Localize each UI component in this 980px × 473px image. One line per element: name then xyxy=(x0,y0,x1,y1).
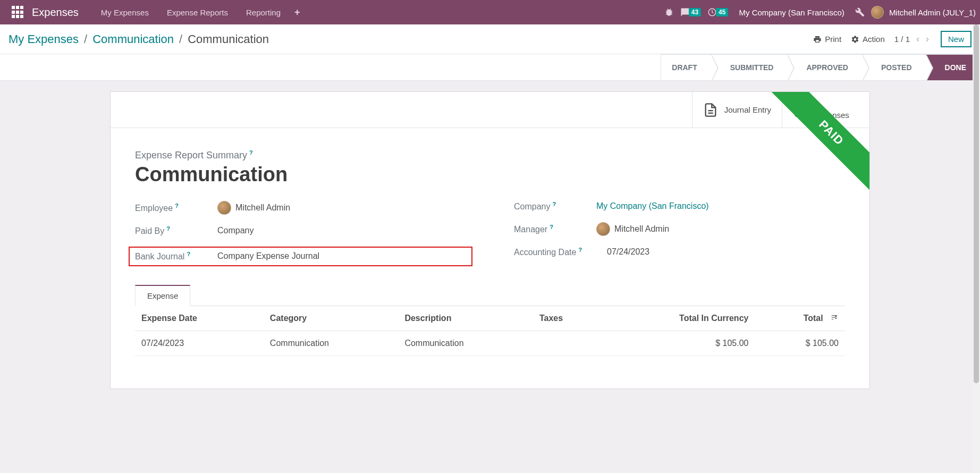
help-icon[interactable]: ? xyxy=(552,201,556,207)
stat-journal-entry[interactable]: Journal Entry xyxy=(692,92,782,128)
th-date[interactable]: Expense Date xyxy=(135,306,264,331)
status-draft[interactable]: DRAFT xyxy=(661,54,711,81)
table-row[interactable]: 07/24/2023 Communication Communication $… xyxy=(135,331,845,356)
pager-value[interactable]: 1 / 1 xyxy=(894,35,910,44)
th-taxes[interactable]: Taxes xyxy=(533,306,601,331)
breadcrumb: My Expenses / Communication / Communicat… xyxy=(9,32,269,46)
print-icon xyxy=(813,35,822,44)
status-bar: DRAFT SUBMITTED APPROVED POSTED DONE xyxy=(0,54,980,81)
nav-item-expense-reports[interactable]: Expense Reports xyxy=(159,4,235,21)
form-sheet: Journal Entry 1 Expenses PAID Expense Re… xyxy=(110,91,870,389)
label-paid-by: Paid By? xyxy=(135,225,217,236)
th-total[interactable]: Total xyxy=(755,306,845,331)
value-bank-journal: Company Expense Journal xyxy=(217,251,319,261)
user-name: Mitchell Admin (JULY_1) xyxy=(889,8,976,17)
tools-icon[interactable] xyxy=(855,7,865,17)
activities-badge: 45 xyxy=(716,8,728,16)
value-paid-by: Company xyxy=(217,226,254,235)
avatar-icon xyxy=(871,6,884,19)
value-manager: Mitchell Admin xyxy=(596,222,669,236)
app-brand[interactable]: Expenses xyxy=(32,6,79,19)
nav-add-icon[interactable]: + xyxy=(288,3,307,22)
breadcrumb-active: Communication xyxy=(188,32,269,46)
options-icon[interactable] xyxy=(830,314,839,323)
pager: 1 / 1 ‹ › xyxy=(894,33,931,45)
nav-item-my-expenses[interactable]: My Expenses xyxy=(94,4,156,21)
scrollbar[interactable] xyxy=(973,24,980,400)
help-icon[interactable]: ? xyxy=(175,202,179,209)
control-panel: My Expenses / Communication / Communicat… xyxy=(0,24,980,54)
value-accounting-date: 07/24/2023 xyxy=(607,247,649,257)
help-icon[interactable]: ? xyxy=(249,149,253,156)
stat-buttons: Journal Entry 1 Expenses xyxy=(111,92,869,128)
cell-total-currency: $ 105.00 xyxy=(601,331,755,356)
highlight-bank-journal: Bank Journal? Company Expense Journal xyxy=(129,247,472,266)
print-button[interactable]: Print xyxy=(813,35,841,44)
cell-category: Communication xyxy=(264,331,399,356)
status-posted[interactable]: POSTED xyxy=(862,54,926,81)
breadcrumb-communication[interactable]: Communication xyxy=(92,32,174,46)
cell-date: 07/24/2023 xyxy=(135,331,264,356)
activities-icon[interactable]: 45 xyxy=(707,7,728,17)
action-button[interactable]: Action xyxy=(851,35,885,44)
top-nav: Expenses My Expenses Expense Reports Rep… xyxy=(0,0,980,24)
nav-menu: My Expenses Expense Reports Reporting xyxy=(94,4,288,21)
value-employee: Mitchell Admin xyxy=(217,201,290,215)
cell-total: $ 105.00 xyxy=(755,331,845,356)
tab-expense[interactable]: Expense xyxy=(135,285,190,306)
th-description[interactable]: Description xyxy=(398,306,533,331)
label-company: Company? xyxy=(514,201,596,212)
label-accounting-date: Accounting Date? xyxy=(514,247,607,257)
label-employee: Employee? xyxy=(135,202,217,213)
cell-taxes xyxy=(533,331,601,356)
breadcrumb-my-expenses[interactable]: My Expenses xyxy=(9,32,79,46)
th-total-currency[interactable]: Total In Currency xyxy=(601,306,755,331)
company-selector[interactable]: My Company (San Francisco) xyxy=(739,8,844,17)
summary-label: Expense Report Summary? xyxy=(135,149,845,161)
cell-description: Communication xyxy=(398,331,533,356)
pager-prev-icon[interactable]: ‹ xyxy=(914,33,922,45)
apps-icon[interactable] xyxy=(12,6,24,19)
document-icon xyxy=(703,102,718,119)
pager-next-icon[interactable]: › xyxy=(924,33,931,45)
expense-table: Expense Date Category Description Taxes … xyxy=(135,306,845,356)
help-icon[interactable]: ? xyxy=(166,225,170,232)
help-icon[interactable]: ? xyxy=(550,224,553,230)
user-menu[interactable]: Mitchell Admin (JULY_1) xyxy=(871,6,976,19)
new-button[interactable]: New xyxy=(941,31,971,47)
avatar-icon xyxy=(217,201,231,215)
label-manager: Manager? xyxy=(514,224,596,234)
label-bank-journal: Bank Journal? xyxy=(135,251,217,261)
th-category[interactable]: Category xyxy=(264,306,399,331)
help-icon[interactable]: ? xyxy=(187,251,190,257)
debug-icon[interactable] xyxy=(664,7,674,17)
record-title: Communication xyxy=(135,163,845,186)
tabs: Expense xyxy=(135,284,845,306)
avatar-icon xyxy=(596,222,610,236)
scrollbar-thumb[interactable] xyxy=(974,24,979,383)
value-company[interactable]: My Company (San Francisco) xyxy=(596,201,709,211)
status-done[interactable]: DONE xyxy=(926,54,980,81)
status-submitted[interactable]: SUBMITTED xyxy=(711,54,788,81)
gear-icon xyxy=(851,35,859,44)
status-approved[interactable]: APPROVED xyxy=(787,54,862,81)
messages-icon[interactable]: 43 xyxy=(680,7,701,17)
messages-badge: 43 xyxy=(689,8,701,16)
nav-item-reporting[interactable]: Reporting xyxy=(239,4,288,21)
help-icon[interactable]: ? xyxy=(578,247,582,253)
